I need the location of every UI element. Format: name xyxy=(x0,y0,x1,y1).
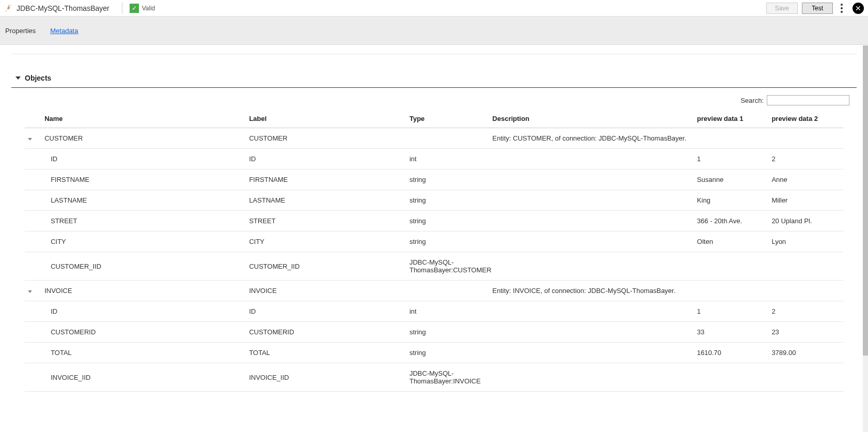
col-header-label[interactable]: Label xyxy=(246,110,406,128)
cell-description xyxy=(490,169,694,190)
cell-label: ID xyxy=(246,301,406,322)
objects-table-wrap: Name Label Type Description preview data… xyxy=(25,110,843,392)
cell-preview1: 1610.70 xyxy=(694,343,769,363)
cell-preview1: 1 xyxy=(694,149,769,169)
cell-preview2 xyxy=(768,363,843,392)
table-row[interactable]: LASTNAMELASTNAMEstringKingMiller xyxy=(25,190,843,211)
cell-preview2 xyxy=(768,281,843,301)
scrollbar-thumb[interactable] xyxy=(863,45,868,356)
cell-name: CUSTOMER xyxy=(41,128,246,149)
col-header-type[interactable]: Type xyxy=(406,110,490,128)
tab-metadata[interactable]: Metadata xyxy=(50,27,78,35)
cell-label: FIRSTNAME xyxy=(246,169,406,190)
cell-name: INVOICE_IID xyxy=(41,363,246,392)
cell-preview1 xyxy=(694,252,769,281)
cell-description: Entity: INVOICE, of connection: JDBC-MyS… xyxy=(490,281,694,301)
close-icon: ✕ xyxy=(855,4,861,12)
cell-description: Entity: CUSTOMER, of connection: JDBC-My… xyxy=(490,128,694,149)
cell-type: string xyxy=(406,343,490,363)
group-row[interactable]: CUSTOMERCUSTOMEREntity: CUSTOMER, of con… xyxy=(25,128,843,149)
cell-preview1 xyxy=(694,281,769,301)
group-row[interactable]: INVOICEINVOICEEntity: INVOICE, of connec… xyxy=(25,281,843,301)
col-header-name[interactable]: Name xyxy=(41,110,246,128)
cell-name: FIRSTNAME xyxy=(41,169,246,190)
cell-label: INVOICE xyxy=(246,281,406,301)
cell-preview1: 366 - 20th Ave. xyxy=(694,211,769,232)
more-menu-button[interactable] xyxy=(837,2,846,14)
cell-label: ID xyxy=(246,149,406,169)
table-row[interactable]: TOTALTOTALstring1610.703789.00 xyxy=(25,343,843,363)
cell-type: JDBC-MySQL-ThomasBayer:CUSTOMER xyxy=(406,252,490,281)
cell-preview2: Lyon xyxy=(768,232,843,252)
cell-type xyxy=(406,281,490,301)
cell-description xyxy=(490,322,694,343)
caret-down-icon[interactable] xyxy=(15,76,21,80)
cell-label: CUSTOMERID xyxy=(246,322,406,343)
cell-type: int xyxy=(406,301,490,322)
cell-name: CITY xyxy=(41,232,246,252)
search-label: Search: xyxy=(740,97,764,104)
check-icon: ✓ xyxy=(130,4,139,13)
test-button[interactable]: Test xyxy=(802,3,833,14)
cell-type xyxy=(406,128,490,149)
table-row[interactable]: CUSTOMER_IIDCUSTOMER_IIDJDBC-MySQL-Thoma… xyxy=(25,252,843,281)
col-header-description[interactable]: Description xyxy=(490,110,694,128)
cell-preview2: Anne xyxy=(768,169,843,190)
cell-name: TOTAL xyxy=(41,343,246,363)
cell-preview1 xyxy=(694,363,769,392)
table-row[interactable]: INVOICE_IIDINVOICE_IIDJDBC-MySQL-ThomasB… xyxy=(25,363,843,392)
cell-preview1: King xyxy=(694,190,769,211)
col-header-preview2[interactable]: preview data 2 xyxy=(768,110,843,128)
cell-preview2 xyxy=(768,252,843,281)
valid-badge: ✓ Valid xyxy=(130,4,155,13)
content-area: Objects Search: Name Label Type Descript… xyxy=(0,48,868,402)
cell-label: CUSTOMER_IID xyxy=(246,252,406,281)
cell-name: CUSTOMERID xyxy=(41,322,246,343)
cell-label: STREET xyxy=(246,211,406,232)
col-header-preview1[interactable]: preview data 1 xyxy=(694,110,769,128)
header-divider xyxy=(122,3,122,14)
vertical-scrollbar[interactable] xyxy=(863,45,868,402)
expand-caret-icon[interactable] xyxy=(28,290,32,293)
cell-type: string xyxy=(406,322,490,343)
header-left: JDBC-MySQL-ThomasBayer ✓ Valid xyxy=(4,3,155,14)
cell-description xyxy=(490,363,694,392)
search-row: Search: xyxy=(4,88,864,110)
cell-preview2 xyxy=(768,128,843,149)
cell-preview1 xyxy=(694,128,769,149)
cell-preview2: 3789.00 xyxy=(768,343,843,363)
cell-description xyxy=(490,343,694,363)
table-header-row: Name Label Type Description preview data… xyxy=(25,110,843,128)
cell-preview1: Susanne xyxy=(694,169,769,190)
save-button[interactable]: Save xyxy=(766,3,798,14)
objects-table: Name Label Type Description preview data… xyxy=(25,110,843,392)
table-row[interactable]: STREETSTREETstring366 - 20th Ave.20 Upla… xyxy=(25,211,843,232)
cell-preview2: 2 xyxy=(768,149,843,169)
search-input[interactable] xyxy=(767,95,849,105)
expand-caret-icon[interactable] xyxy=(28,138,32,141)
table-row[interactable]: IDIDint12 xyxy=(25,301,843,322)
table-row[interactable]: CUSTOMERIDCUSTOMERIDstring3323 xyxy=(25,322,843,343)
objects-section-header[interactable]: Objects xyxy=(4,54,864,87)
cell-preview1: 1 xyxy=(694,301,769,322)
cell-label: INVOICE_IID xyxy=(246,363,406,392)
cell-type: int xyxy=(406,149,490,169)
cell-preview2: 20 Upland Pl. xyxy=(768,211,843,232)
tab-bar: Properties Metadata xyxy=(0,17,868,45)
cell-preview1: Olten xyxy=(694,232,769,252)
cell-type: string xyxy=(406,211,490,232)
cell-label: CUSTOMER xyxy=(246,128,406,149)
cell-label: TOTAL xyxy=(246,343,406,363)
tab-properties[interactable]: Properties xyxy=(5,27,36,35)
cell-name: INVOICE xyxy=(41,281,246,301)
table-row[interactable]: CITYCITYstringOltenLyon xyxy=(25,232,843,252)
close-button[interactable]: ✕ xyxy=(853,3,864,14)
cell-description xyxy=(490,190,694,211)
table-row[interactable]: IDIDint12 xyxy=(25,149,843,169)
cell-preview2: 23 xyxy=(768,322,843,343)
cell-type: string xyxy=(406,169,490,190)
cell-name: STREET xyxy=(41,211,246,232)
objects-section-title: Objects xyxy=(25,74,51,82)
cell-label: LASTNAME xyxy=(246,190,406,211)
table-row[interactable]: FIRSTNAMEFIRSTNAMEstringSusanneAnne xyxy=(25,169,843,190)
